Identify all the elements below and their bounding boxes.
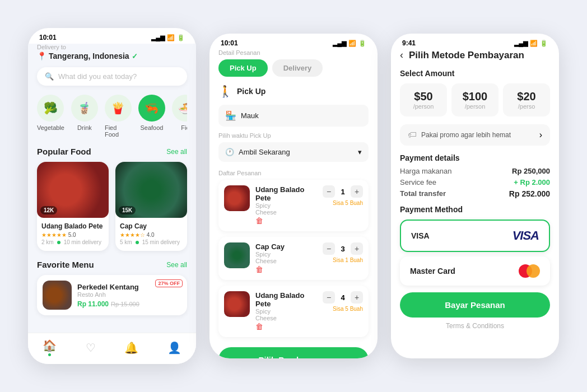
amount-card-20[interactable]: $20 /perso — [503, 83, 550, 116]
fav-price-1: Rp 11.000 — [77, 300, 109, 308]
food-distance-1: 2 km — [41, 239, 54, 245]
detail-val-3: Rp 252.000 — [509, 189, 550, 198]
see-all-favorite[interactable]: See all — [166, 261, 187, 269]
detail-val-2: + Rp 2.000 — [514, 178, 550, 186]
food-name-2: Cap Cay — [120, 222, 183, 230]
payment-mastercard[interactable]: Master Card — [400, 256, 550, 286]
mc-circle-orange — [527, 264, 540, 278]
tab-delivery[interactable]: Delivery — [272, 59, 323, 77]
amount-per-20: /perso — [507, 103, 546, 110]
pay-order-button[interactable]: Bayar Pesanan — [400, 292, 550, 318]
delete-btn-3[interactable]: 🗑 — [255, 322, 263, 331]
delete-btn-2[interactable]: 🗑 — [255, 265, 263, 274]
cat-label-drink: Drink — [77, 124, 92, 131]
cat-icon-seafood: 🦐 — [138, 95, 165, 122]
detail-row-3: Total transfer Rp 252.000 — [400, 189, 550, 198]
location-field[interactable]: 🏪 Mauk — [218, 105, 369, 127]
order-info-3: Udang Balado Pete Spicy Cheese 🗑 — [255, 291, 317, 332]
order-name-3: Udang Balado Pete — [255, 291, 317, 308]
food-cards: 12K Udang Balado Pete ★★★★★ 5.0 2 km 10 … — [37, 162, 187, 251]
see-all-popular[interactable]: See all — [166, 148, 187, 156]
category-vegetable[interactable]: 🥦 Vegetable — [37, 95, 64, 138]
pay-button[interactable]: Pilih Pembayaran — [218, 347, 369, 358]
search-icon: 🔍 — [45, 72, 54, 81]
category-fie[interactable]: 🍜 Fie — [172, 95, 187, 138]
amount-card-50[interactable]: $50 /person — [400, 83, 447, 116]
qty-minus-3[interactable]: − — [323, 291, 335, 304]
order-desc1-2: Spicy — [255, 251, 317, 258]
nav-home[interactable]: 🏠 — [43, 339, 57, 356]
favorite-header: Favorite Menu See all — [37, 260, 187, 269]
store-icon: 🏪 — [225, 110, 236, 121]
check-icon: ✓ — [132, 52, 138, 60]
promo-left: 🏷 Pakai promo agar lebih hemat — [408, 130, 511, 140]
detail-row-2: Service fee + Rp 2.000 — [400, 178, 550, 186]
food-card-2[interactable]: 15K Cap Cay ★★★★☆ 4.0 5 km 15 min delive… — [115, 162, 187, 251]
battery-icon-2: 🔋 — [358, 40, 366, 47]
payment-visa[interactable]: VISA VISA — [400, 220, 550, 252]
visa-name: VISA — [411, 231, 430, 240]
select-amount-label: Select Amount — [400, 69, 550, 78]
qty-control-3: − 4 + — [323, 291, 363, 304]
food-badge-2: 15K — [119, 206, 136, 214]
qty-minus-1[interactable]: − — [323, 185, 335, 198]
order-desc2-3: Cheese — [255, 315, 317, 321]
food-stars-2: ★★★★☆ 4.0 — [120, 232, 183, 238]
qty-minus-2[interactable]: − — [323, 242, 335, 255]
nav-favorite[interactable]: ♡ — [86, 341, 96, 354]
green-dot-2 — [136, 241, 139, 244]
category-row: 🥦 Vegetable 🧋 Drink 🍟 Fied Food 🦐 Seafoo… — [37, 95, 187, 138]
amount-row: $50 /person $100 /person $20 /perso — [400, 83, 550, 116]
cat-label-fie: Fie — [181, 124, 187, 131]
popular-header: Popular Food See all — [37, 147, 187, 156]
food-badge-1: 12K — [40, 206, 57, 214]
food-rating-2: 4.0 — [147, 232, 155, 238]
green-dot-1 — [57, 241, 60, 244]
cat-icon-drink: 🧋 — [71, 95, 98, 122]
qty-plus-1[interactable]: + — [351, 185, 363, 198]
qty-num-2: 3 — [338, 245, 347, 253]
order-desc2-2: Cheese — [255, 258, 317, 264]
time-2: 10:01 — [221, 39, 238, 47]
promo-text: Pakai promo agar lebih hemat — [421, 131, 511, 139]
payment-method-label: Payment Method — [400, 205, 550, 214]
signal-icon: ▂▄▆ — [151, 34, 165, 41]
promo-bar[interactable]: 🏷 Pakai promo agar lebih hemat › — [400, 124, 550, 146]
nav-profile[interactable]: 👤 — [167, 341, 181, 354]
stock-warn-1: Sisa 5 Buah — [333, 200, 363, 206]
signal-icon-2: ▂▄▆ — [333, 40, 346, 47]
amount-val-20: $20 — [507, 90, 546, 103]
orders-label: Daftar Pesanan — [218, 170, 369, 176]
time-dropdown[interactable]: 🕐 Ambil Sekarang ▾ — [218, 142, 369, 162]
signal-icons-1: ▂▄▆ 📶 🔋 — [151, 34, 185, 41]
signal-icons-2: ▂▄▆ 📶 🔋 — [333, 40, 366, 47]
food-rating-1: 5.0 — [68, 232, 76, 238]
location-row[interactable]: 📍 Tangerang, Indonesia ✓ — [37, 52, 187, 60]
favorite-card-1[interactable]: Perkedel Kentang Resto Anh Rp 11.000 Rp … — [37, 275, 187, 315]
delete-btn-1[interactable]: 🗑 — [255, 216, 263, 225]
qty-plus-2[interactable]: + — [351, 242, 363, 255]
terms-link[interactable]: Terms & Conditions — [400, 322, 550, 330]
qty-num-3: 4 — [338, 293, 347, 302]
fav-restaurant-1: Resto Anh — [77, 291, 181, 298]
search-bar[interactable]: 🔍 What did you eat today? — [37, 67, 187, 86]
detail-val-1: Rp 250,000 — [512, 167, 550, 175]
food-meta-1: 2 km 10 min delivery — [41, 239, 104, 245]
back-button[interactable]: ‹ — [400, 49, 403, 61]
tab-pickup[interactable]: Pick Up — [218, 59, 268, 77]
order-right-3: − 4 + Sisa 5 Buah — [323, 291, 363, 312]
detail-label-1: Harga makanan — [400, 167, 452, 175]
walk-icon: 🚶 — [218, 85, 232, 98]
nav-notification[interactable]: 🔔 — [124, 341, 138, 354]
food-name-1: Udang Balado Pete — [41, 222, 104, 230]
category-seafood[interactable]: 🦐 Seafood — [138, 95, 165, 138]
order-desc2-1: Cheese — [255, 209, 317, 216]
food-card-1[interactable]: 12K Udang Balado Pete ★★★★★ 5.0 2 km 10 … — [37, 162, 109, 251]
food-stars-1: ★★★★★ 5.0 — [41, 232, 104, 238]
category-drink[interactable]: 🧋 Drink — [71, 95, 98, 138]
amount-card-100[interactable]: $100 /person — [451, 83, 499, 116]
category-fried[interactable]: 🍟 Fied Food — [105, 95, 132, 138]
qty-plus-3[interactable]: + — [351, 291, 363, 304]
mastercard-name: Master Card — [410, 267, 455, 276]
screen-payment: 9:41 ▂▄▆ 📶 🔋 ‹ Pilih Metode Pembayaran S… — [391, 34, 559, 358]
